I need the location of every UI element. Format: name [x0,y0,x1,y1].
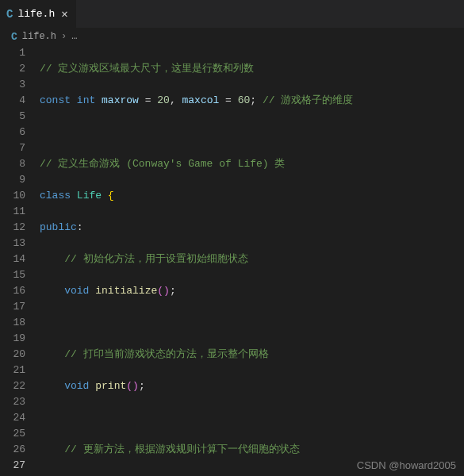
punc: ; [250,94,263,106]
kw: void [64,380,89,392]
var: maxrow [102,94,139,106]
class: Life [77,190,102,202]
brace: { [108,190,114,202]
line-number-gutter: 1 2 3 4 5 6 7 8 9 10 11 12 13 14 15 16 1… [0,45,40,476]
line-number: 15 [0,267,25,283]
line-number: 5 [0,109,25,125]
paren: () [157,285,170,297]
num: 20 [157,94,170,106]
kw: class [40,190,71,202]
code-line[interactable]: // 定义生命游戏 (Conway's Game of Life) 类 [40,156,464,172]
line-number: 11 [0,204,25,220]
comment: // 更新方法，根据游戏规则计算下一代细胞的状态 [64,443,299,455]
line-number: 13 [0,236,25,251]
c-file-icon: C [11,31,17,43]
editor[interactable]: 1 2 3 4 5 6 7 8 9 10 11 12 13 14 15 16 1… [0,45,464,476]
line-number: 1 [0,45,25,61]
watermark: CSDN @howard2005 [357,459,456,471]
line-number: 27 [0,458,25,474]
line-number: 6 [0,125,25,140]
kw: public [40,221,77,233]
line-number: 26 [0,442,25,458]
line-number: 22 [0,378,25,394]
tab-life-h[interactable]: C life.h ✕ [0,0,77,28]
line-number: 2 [0,61,25,77]
code-line[interactable] [40,315,464,331]
line-number: 10 [0,188,25,204]
code-line[interactable]: const int maxrow = 20, maxcol = 60; // 游… [40,93,464,109]
line-number: 20 [0,347,25,363]
line-number: 21 [0,363,25,378]
kw: int [77,94,95,106]
c-file-icon: C [6,8,13,21]
comment: // 打印当前游戏状态的方法，显示整个网格 [64,348,268,360]
code-line[interactable]: public: [40,220,464,236]
comment: // 初始化方法，用于设置初始细胞状态 [64,253,247,265]
comment: // 定义游戏区域最大尺寸，这里是行数和列数 [40,63,254,75]
line-number: 12 [0,220,25,236]
code-line[interactable]: class Life { [40,188,464,204]
func: print [95,380,126,392]
line-number: 18 [0,315,25,331]
chevron-right-icon: › [61,31,67,42]
breadcrumb[interactable]: C life.h › … [0,28,464,45]
line-number: 8 [0,156,25,172]
line-number: 23 [0,394,25,410]
tab-bar: C life.h ✕ [0,0,464,28]
op: = [139,94,157,106]
punc: , [170,94,182,106]
line-number: 3 [0,77,25,93]
close-icon[interactable]: ✕ [59,6,69,22]
code-line[interactable]: // 定义游戏区域最大尺寸，这里是行数和列数 [40,61,464,77]
func: initialize [95,285,157,297]
tab-label: life.h [17,8,55,20]
line-number: 9 [0,172,25,188]
code-line[interactable]: void print(); [40,378,464,394]
line-number: 4 [0,93,25,109]
code-line[interactable]: void initialize(); [40,283,464,299]
line-number: 24 [0,410,25,426]
line-number: 14 [0,251,25,267]
breadcrumb-file: life.h [22,31,56,42]
line-number: 16 [0,283,25,299]
code-line[interactable]: // 初始化方法，用于设置初始细胞状态 [40,251,464,267]
kw: const [40,94,71,106]
kw: void [64,285,89,297]
line-number: 25 [0,426,25,442]
code-line[interactable]: // 打印当前游戏状态的方法，显示整个网格 [40,347,464,363]
punc: ; [139,380,145,392]
comment: // 游戏格子的维度 [263,94,353,106]
paren: () [126,380,139,392]
op: = [219,94,237,106]
punc: ; [170,285,176,297]
code-line[interactable] [40,125,464,140]
breadcrumb-more: … [71,31,77,42]
var: maxcol [182,94,219,106]
line-number: 17 [0,299,25,315]
code-line[interactable] [40,410,464,426]
code-line[interactable]: // 更新方法，根据游戏规则计算下一代细胞的状态 [40,442,464,458]
line-number: 19 [0,331,25,347]
punc: : [77,221,83,233]
line-number: 7 [0,140,25,156]
code-area[interactable]: // 定义游戏区域最大尺寸，这里是行数和列数 const int maxrow … [40,45,464,476]
num: 60 [238,94,251,106]
comment: // 定义生命游戏 (Conway's Game of Life) 类 [40,158,285,170]
